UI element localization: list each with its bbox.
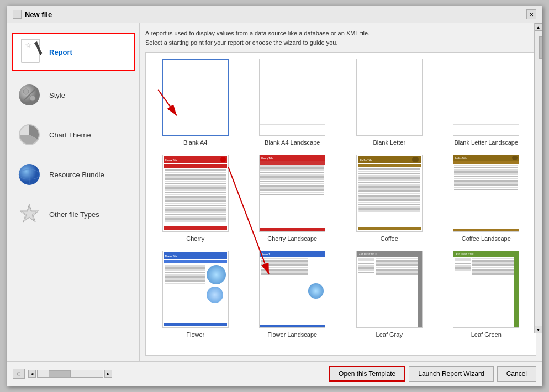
template-thumb-leaf-gray: LAST FIRST TITLE [356,251,423,328]
template-thumb-flower-landscape: Flower T... [259,251,325,328]
dialog-footer: ⊞ ◄ ► Open this Template Launch Report W… [7,361,542,386]
sidebar: ☆ Report [7,23,140,361]
sidebar-item-report[interactable]: ☆ Report [12,33,135,71]
sidebar-chart-theme-label: Chart Theme [49,131,91,139]
sidebar-report-label: Report [49,48,72,56]
title-bar: New file ✕ [7,6,542,23]
svg-point-6 [23,89,29,94]
dialog-title: New file [25,10,52,19]
template-label-cherry: Cherry [186,235,204,242]
sidebar-style-label: Style [49,91,65,99]
template-flower[interactable]: Flower Title [151,251,240,338]
footer-buttons: Open this Template Launch Report Wizard … [329,366,536,382]
template-label-blank-a4: Blank A4 [183,139,207,146]
template-thumb-coffee: Coffee Title [356,155,423,232]
svg-text:☆: ☆ [25,41,32,50]
close-button[interactable]: ✕ [526,9,536,19]
horizontal-scrollbar[interactable]: ◄ ► [28,370,112,378]
footer-left: ⊞ ◄ ► [13,369,112,379]
scroll-left-button[interactable]: ◄ [28,370,36,378]
sidebar-item-chart-theme[interactable]: Chart Theme [7,115,139,155]
template-label-coffee-landscape: Coffee Landscape [462,235,511,242]
scroll-track-horizontal [37,370,103,378]
dialog-icon [13,10,22,19]
template-thumb-flower: Flower Title [162,251,229,328]
scroll-thumb-horizontal[interactable] [49,370,71,377]
template-blank-letter-landscape[interactable]: Blank Letter Landscape [442,59,531,146]
other-file-types-icon [16,201,43,227]
template-blank-a4[interactable]: Blank A4 [151,59,240,146]
template-thumb-leaf-green: LAST FIRST TITLE [453,251,519,328]
vertical-scrollbar[interactable]: ▲ ▼ [534,23,542,333]
template-thumb-blank-a4 [162,59,229,136]
template-label-blank-a4-landscape: Blank A4 Landscape [265,139,320,146]
template-label-cherry-landscape: Cherry Landscape [267,235,317,242]
template-thumb-blank-a4-landscape [259,59,325,136]
description: A report is used to display values from … [145,29,536,47]
template-coffee[interactable]: Coffee Title [345,155,434,242]
sidebar-item-style[interactable]: Style [7,75,139,115]
templates-grid: Blank A4 Blank A4 Landscape [151,59,530,338]
template-label-coffee: Coffee [381,235,398,242]
sidebar-other-file-types-label: Other file Types [49,210,99,219]
chart-theme-icon [16,121,43,148]
templates-area[interactable]: Blank A4 Blank A4 Landscape [145,52,536,356]
sidebar-resource-bundle-label: Resource Bundle [49,171,104,179]
new-file-dialog: New file ✕ ☆ Report [7,6,542,386]
main-content: A report is used to display values from … [140,23,542,361]
template-label-flower: Flower [186,331,204,338]
template-thumb-cherry: Cherry Title [162,155,229,232]
scroll-down-button[interactable]: ▼ [535,326,542,333]
resource-bundle-icon [16,161,43,188]
scroll-thumb[interactable] [539,36,542,59]
template-leaf-gray[interactable]: LAST FIRST TITLE [345,251,434,338]
sidebar-item-other-file-types[interactable]: Other file Types [7,194,139,234]
dialog-body: ☆ Report [7,23,542,361]
template-blank-letter[interactable]: Blank Letter [345,59,434,146]
template-leaf-green[interactable]: LAST FIRST TITLE [442,251,531,338]
template-thumb-blank-letter [356,59,423,136]
sidebar-item-resource-bundle[interactable]: Resource Bundle [7,155,139,194]
template-label-flower-landscape: Flower Landscape [267,331,317,338]
template-label-leaf-green: Leaf Green [471,331,502,338]
cancel-button[interactable]: Cancel [497,366,536,382]
template-cherry[interactable]: Cherry Title [151,155,240,242]
template-coffee-landscape[interactable]: Coffee Title [442,155,531,242]
style-icon [16,82,43,108]
report-icon: ☆ [17,39,44,65]
svg-point-7 [30,96,35,101]
template-flower-landscape[interactable]: Flower T... [249,251,337,338]
template-cherry-landscape[interactable]: Cherry Title [249,155,337,242]
scroll-up-button[interactable]: ▲ [535,23,542,31]
open-template-button[interactable]: Open this Template [329,366,405,382]
footer-icon-left: ⊞ [13,369,25,379]
template-label-leaf-gray: Leaf Gray [376,331,403,338]
template-label-blank-letter: Blank Letter [373,139,405,146]
template-blank-a4-landscape[interactable]: Blank A4 Landscape [249,59,337,146]
launch-wizard-button[interactable]: Launch Report Wizard [409,366,493,382]
template-thumb-cherry-landscape: Cherry Title [259,155,325,232]
main-content-wrapper: A report is used to display values from … [140,23,542,361]
scroll-right-button[interactable]: ► [104,370,112,378]
template-label-blank-letter-landscape: Blank Letter Landscape [454,139,518,146]
template-thumb-blank-letter-landscape [453,59,519,136]
template-thumb-coffee-landscape: Coffee Title [453,155,519,232]
